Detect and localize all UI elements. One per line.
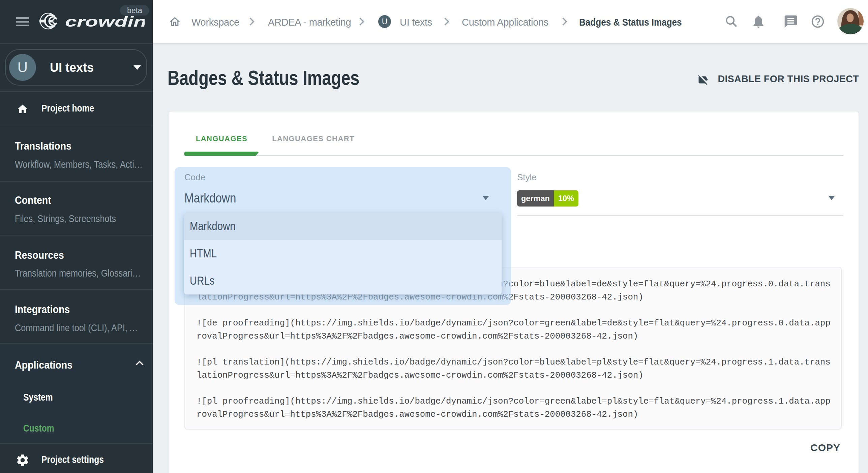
svg-text:crowdin: crowdin <box>65 14 145 29</box>
